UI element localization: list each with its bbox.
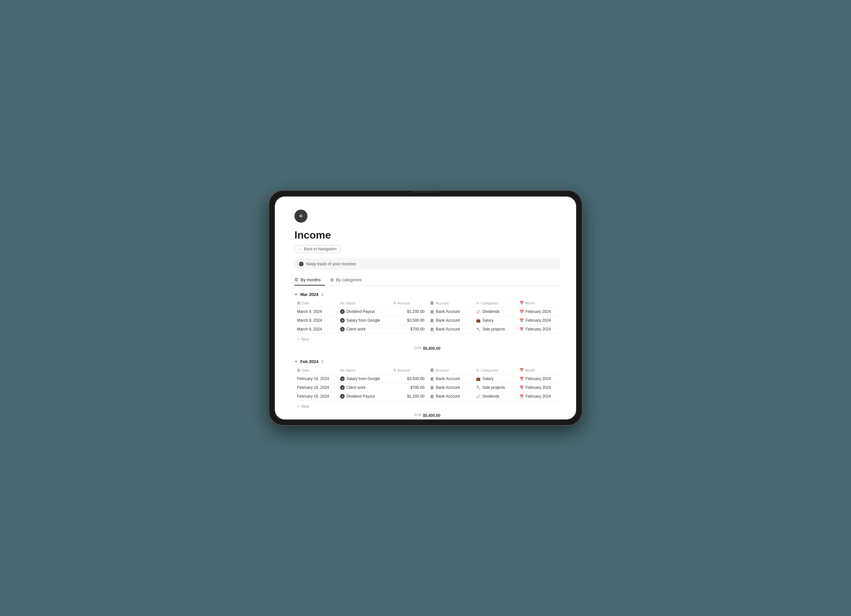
- cell-amount-1-1: $700.00: [391, 383, 427, 392]
- add-button[interactable]: +: [295, 210, 307, 222]
- feb-name-col-icon: Aa: [340, 368, 344, 372]
- tabs-bar: 🗓 By months ⊞ By categories: [295, 275, 560, 285]
- feb-month-col-icon: 📅: [519, 368, 524, 372]
- cell-account-0-1: 🏦 Bank Account: [427, 316, 474, 325]
- mar-sum-value: $5,400.00: [423, 346, 440, 351]
- bank-icon: 🏦: [430, 327, 434, 332]
- th-account: 🏦 Account: [427, 299, 474, 307]
- mar-sum-row: SUM $5,400.00: [295, 344, 560, 356]
- date-col-icon: ▦: [297, 301, 300, 305]
- category-icon: 💼: [476, 319, 481, 323]
- info-bar: + Keep track of your income:: [295, 258, 560, 269]
- cell-month-1-1: 📅 February 2024: [517, 383, 560, 392]
- feb-table: ▦ Date Aa Name: [295, 367, 560, 401]
- name-col-icon: Aa: [340, 301, 344, 305]
- bank-icon: 🏦: [430, 319, 434, 323]
- amount-col-icon: ⊕: [393, 301, 396, 305]
- calendar-icon: 🗓: [295, 277, 299, 282]
- feb-new-row[interactable]: + New: [295, 402, 560, 411]
- cell-month-0-0: 📅 February 2024: [517, 307, 560, 316]
- mar-table-header-row: ▦ Date Aa Name: [295, 299, 560, 307]
- cell-category-1-2: 📈 Dividends: [474, 392, 516, 401]
- cell-month-0-2: 📅 February 2024: [517, 325, 560, 334]
- feb-th-date: ▦ Date: [295, 367, 337, 374]
- tab-by-categories[interactable]: ⊞ By categories: [330, 275, 366, 285]
- chevron-icon-mar: ▼: [295, 293, 298, 296]
- cell-amount-0-1: $3,500.00: [391, 316, 427, 325]
- name-plus-icon: ⊕: [340, 376, 344, 381]
- tab-by-months-label: By months: [301, 277, 320, 282]
- cal-icon: 📅: [519, 319, 524, 323]
- bank-icon: 🏦: [430, 394, 434, 399]
- th-amount: ⊕ Amount: [391, 299, 427, 307]
- table-row[interactable]: March 8, 2024 ⊕ Salary from Google $3,50…: [295, 316, 560, 325]
- table-row[interactable]: February 16, 2024 ⊕ Salary from Google $…: [295, 374, 560, 383]
- feb-th-month: 📅 Month: [517, 367, 560, 374]
- feb-table-header-row: ▦ Date Aa Name: [295, 367, 560, 374]
- table-row[interactable]: March 9, 2024 ⊕ Dividend Payout $1,200.0…: [295, 307, 560, 316]
- back-button-label: Back to Navigation: [304, 247, 337, 251]
- account-col-icon: 🏦: [430, 301, 434, 305]
- th-name: Aa Name: [337, 299, 391, 307]
- cal-icon: 📅: [519, 377, 524, 381]
- grid-icon: ⊞: [330, 277, 334, 282]
- feb-th-account: 🏦 Account: [427, 367, 474, 374]
- month-col-icon: 📅: [519, 301, 524, 305]
- feb-th-categories: ◎ Categories: [474, 367, 516, 374]
- new-row-plus-icon: +: [297, 337, 299, 341]
- cal-icon: 📅: [519, 310, 524, 314]
- cell-category-0-2: 🔧 Side projects: [474, 325, 516, 334]
- cell-month-1-0: 📅 February 2024: [517, 374, 560, 383]
- category-icon: 📈: [476, 310, 481, 314]
- table-row[interactable]: February 16, 2024 ⊕ Dividend Payout $1,2…: [295, 392, 560, 401]
- group-mar-label: Mar 2024: [300, 292, 319, 297]
- cell-category-1-1: 🔧 Side projects: [474, 383, 516, 392]
- cell-month-0-1: 📅 February 2024: [517, 316, 560, 325]
- table-row[interactable]: February 16, 2024 ⊕ Client work $700.00 …: [295, 383, 560, 392]
- bank-icon: 🏦: [430, 377, 434, 381]
- cell-date-1-1: February 16, 2024: [295, 383, 337, 392]
- group-mar-2024: ▼ Mar 2024 3 ▦ Date: [295, 292, 560, 356]
- cell-amount-1-2: $1,200.00: [391, 392, 427, 401]
- name-plus-icon: ⊕: [340, 318, 344, 323]
- categories-col-icon: ◎: [476, 301, 479, 305]
- cell-account-1-1: 🏦 Bank Account: [427, 383, 474, 392]
- feb-account-col-icon: 🏦: [430, 368, 434, 372]
- back-to-navigation-button[interactable]: ← Back to Navigation: [295, 245, 340, 253]
- cell-account-1-2: 🏦 Bank Account: [427, 392, 474, 401]
- th-categories: ◎ Categories: [474, 299, 516, 307]
- plus-icon: +: [299, 212, 303, 220]
- cal-icon: 📅: [519, 394, 524, 399]
- table-row[interactable]: March 6, 2024 ⊕ Client work $700.00 🏦 Ba…: [295, 325, 560, 334]
- cell-account-0-0: 🏦 Bank Account: [427, 307, 474, 316]
- feb-sum-value: $5,400.00: [423, 413, 440, 418]
- cell-name-1-0: ⊕ Salary from Google: [337, 374, 391, 383]
- mar-sum-label-text: SUM: [414, 346, 422, 351]
- cell-date-1-2: February 16, 2024: [295, 392, 337, 401]
- name-plus-icon: ⊕: [340, 385, 344, 390]
- cell-date-1-0: February 16, 2024: [295, 374, 337, 383]
- name-plus-icon: ⊕: [340, 309, 344, 314]
- cell-date-0-1: March 8, 2024: [295, 316, 337, 325]
- group-mar-header: ▼ Mar 2024 3: [295, 292, 560, 297]
- chevron-icon-feb: ▼: [295, 360, 298, 364]
- arrow-left-icon: ←: [298, 247, 302, 251]
- content-area: + Income ← Back to Navigation + Keep tra…: [275, 197, 576, 419]
- cell-category-0-0: 📈 Dividends: [474, 307, 516, 316]
- cal-icon: 📅: [519, 386, 524, 390]
- category-icon: 💼: [476, 377, 481, 381]
- name-plus-icon: ⊕: [340, 327, 344, 332]
- cell-account-1-0: 🏦 Bank Account: [427, 374, 474, 383]
- bank-icon: 🏦: [430, 310, 434, 314]
- cell-date-0-2: March 6, 2024: [295, 325, 337, 334]
- cell-name-0-1: ⊕ Salary from Google: [337, 316, 391, 325]
- tab-by-months[interactable]: 🗓 By months: [295, 275, 325, 285]
- camera-bar: [412, 191, 439, 192]
- cell-month-1-2: 📅 February 2024: [517, 392, 560, 401]
- mar-new-row[interactable]: + New: [295, 335, 560, 344]
- feb-th-amount: ⊕ Amount: [391, 367, 427, 374]
- feb-sum-label-text: SUM: [414, 413, 422, 418]
- mar-table: ▦ Date Aa Name: [295, 299, 560, 334]
- cell-category-1-0: 💼 Salary: [474, 374, 516, 383]
- cell-name-0-2: ⊕ Client work: [337, 325, 391, 334]
